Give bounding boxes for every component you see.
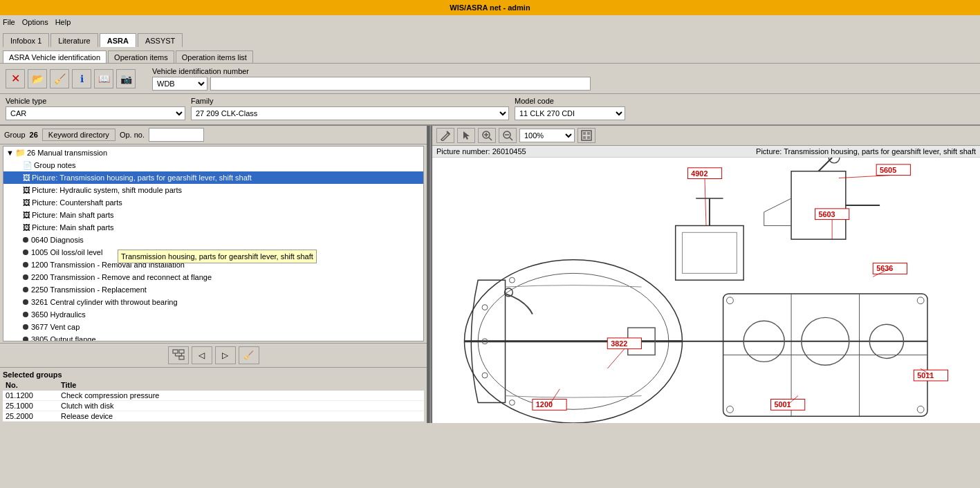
sub-tab-bar: ASRA Vehicle identification Operation it…	[0, 47, 980, 64]
book-button[interactable]: 📖	[94, 69, 113, 88]
eraser-btn[interactable]: 🧹	[239, 346, 259, 364]
tree-item-3650[interactable]: 3650 Hydraulics	[3, 308, 423, 321]
arrow-right-btn[interactable]: ▷	[215, 346, 236, 364]
group-number: 26	[30, 131, 38, 139]
table-row[interactable]: 01.1200 Check compression pressure	[3, 391, 424, 401]
tree-item-picture-1[interactable]: 🖼 Picture: Transmission housing, parts f…	[3, 171, 423, 184]
tree-item-0640[interactable]: 0640 Diagnosis	[3, 234, 423, 246]
zoom-out-btn[interactable]	[499, 128, 517, 143]
diagram-svg: 1200 3822	[432, 158, 980, 423]
svg-rect-17	[587, 136, 590, 139]
svg-rect-44	[791, 171, 846, 239]
table-row[interactable]: 25.1000 Clutch with disk	[3, 401, 424, 411]
menu-help[interactable]: Help	[55, 18, 71, 26]
eraser-button[interactable]: 🧹	[50, 69, 69, 88]
label-5011: 5011	[917, 371, 934, 379]
picture-icon-3: 🖼	[23, 197, 30, 208]
main-area: Group 26 Keyword directory Op. no. ▼ 📁 2…	[0, 126, 980, 423]
image-area[interactable]: 1200 3822	[432, 158, 980, 423]
window-title: WIS/ASRA net - admin	[450, 3, 530, 12]
svg-line-7	[489, 138, 492, 140]
model-select[interactable]: 11 CLK 270 CDI	[515, 106, 625, 120]
svg-point-36	[727, 406, 734, 413]
tab-literature[interactable]: Literature	[50, 33, 98, 47]
image-toolbar: 100% 25% 50% 75% 150% 200%	[432, 126, 980, 146]
camera-button[interactable]: 📷	[116, 69, 136, 88]
tab-infobox1[interactable]: Infobox 1	[3, 33, 49, 47]
sub-tab-vehicle-id[interactable]: ASRA Vehicle identification	[3, 50, 107, 63]
svg-rect-51	[683, 232, 737, 273]
opno-label: Op. no.	[120, 131, 145, 139]
open-folder-button[interactable]: 📂	[28, 69, 47, 88]
edit-image-btn[interactable]	[436, 128, 454, 143]
tree-item-3677[interactable]: 3677 Vent cap	[3, 321, 423, 333]
svg-rect-16	[583, 136, 586, 139]
svg-rect-15	[587, 132, 590, 135]
close-button[interactable]: ✕	[6, 69, 25, 88]
keyword-directory-btn[interactable]: Keyword directory	[42, 129, 115, 141]
zoom-select[interactable]: 100% 25% 50% 75% 150% 200%	[519, 129, 575, 142]
vehicle-type-group: Vehicle type CAR	[6, 97, 185, 120]
vin-input[interactable]	[210, 77, 591, 91]
menu-options[interactable]: Options	[22, 18, 48, 26]
arrow-left-btn[interactable]: ◁	[192, 346, 212, 364]
cursor-btn[interactable]	[457, 128, 475, 143]
transmission-right	[669, 294, 927, 416]
table-row[interactable]: 25.2000 Release device	[3, 411, 424, 422]
bullet-icon-3650	[23, 312, 28, 317]
tab-asra[interactable]: ASRA	[100, 33, 136, 47]
tree-item-picture-2[interactable]: 🖼 Picture: Hydraulic system, shift modul…	[3, 184, 423, 196]
zoom-in-btn[interactable]	[478, 128, 496, 143]
sub-tab-operation-items-list[interactable]: Operation items list	[176, 50, 253, 63]
tree-item-2200[interactable]: 2200 Transmission - Remove and reconnect…	[3, 271, 423, 283]
col-title: Title	[58, 380, 424, 391]
family-group: Family 27 209 CLK-Class	[191, 97, 509, 120]
tree-root[interactable]: ▼ 📁 26 Manual transmission	[3, 147, 423, 159]
row-no-2: 25.1000	[3, 401, 58, 411]
col-no: No.	[3, 380, 58, 391]
svg-line-57	[839, 176, 890, 178]
svg-point-35	[917, 297, 924, 304]
opno-input[interactable]	[149, 128, 204, 142]
toolbar: ✕ 📂 🧹 ℹ 📖 📷 Vehicle identification numbe…	[0, 64, 980, 94]
info-button[interactable]: ℹ	[72, 69, 91, 88]
model-group: Model code 11 CLK 270 CDI	[515, 97, 625, 120]
row-title-1: Check compression pressure	[58, 391, 424, 401]
bullet-icon-1200	[23, 262, 28, 268]
folder-expand-icon: ▼	[6, 147, 14, 158]
groups-table: No. Title 01.1200 Check compression pres…	[3, 380, 424, 422]
tree-item-picture-4[interactable]: 🖼 Picture: Main shaft parts	[3, 209, 423, 221]
tab-assyst[interactable]: ASSYST	[138, 33, 183, 47]
transmission-left: 1200	[464, 260, 682, 423]
family-select[interactable]: 27 209 CLK-Class	[191, 106, 509, 120]
svg-line-56	[705, 179, 706, 226]
menu-file[interactable]: File	[3, 18, 15, 26]
row-title-2: Clutch with disk	[58, 401, 424, 411]
picture-number: Picture number: 26010455	[436, 147, 526, 156]
vehicle-type-select[interactable]: CAR	[6, 106, 185, 120]
menu-bar: File Options Help	[0, 15, 980, 29]
main-tab-bar: Infobox 1 Literature ASRA ASSYST	[0, 29, 980, 47]
tree-item-group-notes[interactable]: 📄 Group notes	[3, 159, 423, 171]
vin-label: Vehicle identification number	[152, 67, 591, 75]
top-gearshift-housing	[676, 198, 743, 280]
svg-point-21	[482, 305, 488, 310]
tree-item-2250[interactable]: 2250 Transmission - Replacement	[3, 283, 423, 296]
left-panel: Group 26 Keyword directory Op. no. ▼ 📁 2…	[0, 126, 429, 423]
label-3822: 3822	[611, 339, 627, 348]
tree-item-3261[interactable]: 3261 Central cylinder with throwout bear…	[3, 296, 423, 308]
svg-point-24	[509, 277, 515, 283]
right-panel: 100% 25% 50% 75% 150% 200% Picture numbe…	[432, 126, 980, 423]
folder-tree-btn[interactable]	[168, 346, 189, 364]
svg-rect-5	[179, 356, 184, 359]
tree-item-3805[interactable]: 3805 Output flange	[3, 333, 423, 341]
sub-tab-operation-items[interactable]: Operation items	[108, 50, 174, 63]
vin-prefix-select[interactable]: WDB	[152, 77, 207, 91]
tree-area[interactable]: ▼ 📁 26 Manual transmission 📄 Group notes…	[3, 146, 424, 341]
fit-page-btn[interactable]	[577, 128, 595, 143]
picture-icon-5: 🖼	[23, 222, 30, 233]
tree-item-picture-5[interactable]: 🖼 Picture: Main shaft parts	[3, 221, 423, 234]
tree-item-picture-3[interactable]: 🖼 Picture: Countershaft parts Transmissi…	[3, 196, 423, 209]
label-5636: 5636	[876, 264, 893, 272]
tree-root-label: 26 Manual transmission	[27, 147, 107, 158]
